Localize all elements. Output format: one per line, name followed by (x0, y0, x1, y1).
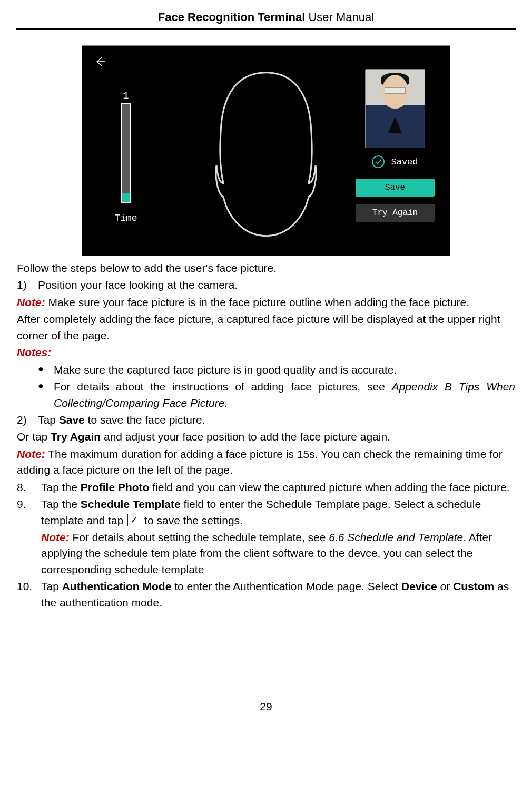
try-again-button[interactable]: Try Again (356, 204, 435, 222)
step-1-after: After completely adding the face picture… (17, 311, 515, 344)
bullet-2-text: For details about the instructions of ad… (54, 379, 515, 411)
step-9-note: Note: For details about setting the sche… (41, 530, 515, 578)
step-1: 1) Position your face looking at the cam… (17, 277, 515, 293)
timer-number: 1 (111, 91, 141, 101)
notes-label: Notes: (17, 345, 515, 360)
step-8: 8. Tap the Profile Photo field and you c… (17, 480, 515, 495)
note-label: Note: (17, 448, 45, 460)
note-text: The maximum duration for adding a face p… (17, 448, 503, 476)
bullet-1: ● Make sure the captured face picture is… (38, 362, 515, 378)
face-outline-icon (205, 66, 327, 242)
bullet-2: ● For details about the instructions of … (38, 379, 515, 411)
header-title-rest: User Manual (305, 11, 374, 24)
bullet-1-text: Make sure the captured face picture is i… (54, 362, 515, 378)
step-9-num: 9. (17, 496, 41, 529)
checkmark-icon: ✓ (127, 514, 140, 526)
captured-photo-thumbnail (365, 69, 425, 148)
page-number: 29 (16, 700, 516, 713)
step-9-text: Tap the Schedule Template field to enter… (41, 496, 515, 529)
step-2-text: Tap Save to save the face picture. (38, 412, 515, 428)
step-2: 2) Tap Save to save the face picture. (17, 412, 515, 428)
saved-status: Saved (353, 155, 437, 168)
timer-label: Time (111, 213, 141, 223)
device-screenshot: 1 Time Saved Save (82, 45, 450, 256)
timer-column: 1 Time (111, 91, 141, 223)
note-label: Note: (41, 531, 70, 543)
note-label: Note: (17, 296, 45, 308)
body-content: Follow the steps below to add the user's… (16, 260, 516, 611)
timer-bar-fill (122, 193, 130, 202)
step-1-num: 1) (17, 277, 38, 293)
header-title-bold: Face Recognition Terminal (158, 11, 306, 24)
step-2-or: Or tap Try Again and adjust your face po… (17, 429, 515, 445)
step-8-num: 8. (17, 480, 41, 495)
step-9: 9. Tap the Schedule Template field to en… (17, 496, 515, 529)
step-1-note: Note: Make sure your face picture is in … (17, 295, 515, 310)
back-arrow-icon[interactable] (94, 55, 106, 68)
page-header: Face Recognition Terminal User Manual (16, 11, 516, 30)
right-panel: Saved Save Try Again (353, 69, 437, 229)
save-button[interactable]: Save (356, 179, 435, 197)
step-10-num: 10. (17, 579, 41, 611)
step-8-text: Tap the Profile Photo field and you can … (41, 480, 515, 495)
bullet-dot-icon: ● (38, 379, 54, 411)
saved-status-text: Saved (391, 157, 418, 167)
note-text: Make sure your face picture is in the fa… (45, 296, 469, 308)
intro-text: Follow the steps below to add the user's… (17, 260, 515, 276)
timer-bar (121, 103, 131, 203)
step-10-text: Tap Authentication Mode to enter the Aut… (41, 579, 515, 611)
step-2-num: 2) (17, 412, 38, 428)
check-circle-icon (372, 155, 385, 168)
step-10: 10. Tap Authentication Mode to enter the… (17, 579, 515, 611)
bullet-dot-icon: ● (38, 362, 54, 378)
step-2-note: Note: The maximum duration for adding a … (17, 446, 515, 478)
step-1-text: Position your face looking at the camera… (38, 277, 515, 293)
